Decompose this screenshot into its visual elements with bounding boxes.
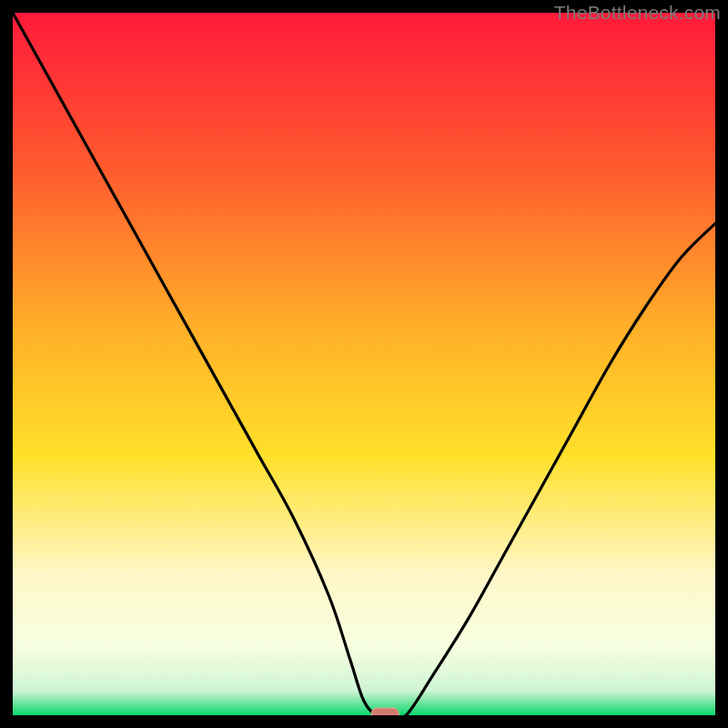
chart-frame — [13, 13, 715, 715]
watermark-text: TheBottleneck.com — [554, 2, 721, 24]
chart-svg — [13, 13, 715, 715]
optimal-marker — [371, 708, 399, 715]
